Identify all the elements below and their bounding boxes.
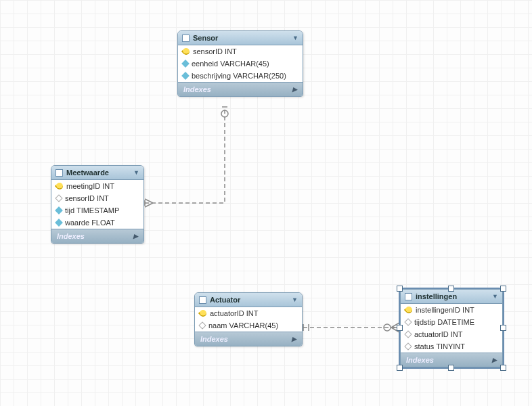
selection-handle[interactable] <box>397 325 403 331</box>
primary-key-icon <box>404 305 414 315</box>
column-icon <box>181 60 189 67</box>
column-text: tijdstip DATETIME <box>414 318 474 326</box>
selection-handle[interactable] <box>448 286 454 292</box>
column-row[interactable]: tijd TIMESTAMP <box>51 204 143 217</box>
column-text: instellingenID INT <box>416 306 474 314</box>
column-text: status TINYINT <box>414 342 465 351</box>
column-row[interactable]: tijdstip DATETIME <box>401 316 502 328</box>
expand-icon[interactable]: ▶ <box>292 336 296 342</box>
column-row[interactable]: instellingenID INT <box>401 304 502 316</box>
column-text: sensorID INT <box>193 47 237 55</box>
table-meetwaarde[interactable]: Meetwaarde ▼ meetingID INTsensorID INTti… <box>51 165 144 244</box>
column-text: waarde FLOAT <box>65 219 115 227</box>
table-header[interactable]: Sensor ▼ <box>178 31 303 45</box>
expand-icon[interactable]: ▶ <box>492 357 497 363</box>
table-icon <box>182 35 190 42</box>
table-title: Sensor <box>193 34 218 42</box>
collapse-icon[interactable]: ▼ <box>133 169 139 176</box>
primary-key-icon <box>181 47 191 56</box>
columns-list: instellingenID INTtijdstip DATETIMEactua… <box>401 304 502 353</box>
table-header[interactable]: Meetwaarde ▼ <box>51 166 143 180</box>
column-row[interactable]: status TINYINT <box>401 340 502 353</box>
column-row[interactable]: actuatorID INT <box>401 328 502 340</box>
expand-icon[interactable]: ▶ <box>292 86 297 93</box>
selection-handle[interactable] <box>500 286 506 292</box>
column-row[interactable]: waarde FLOAT <box>51 217 143 229</box>
column-row[interactable]: eenheid VARCHAR(45) <box>178 58 303 70</box>
selection-handle[interactable] <box>500 325 506 331</box>
table-icon <box>56 169 63 177</box>
table-header[interactable]: instellingen ▼ <box>401 290 502 304</box>
selection-handle[interactable] <box>397 365 403 371</box>
selection-handle[interactable] <box>448 365 454 371</box>
column-icon <box>404 318 412 325</box>
column-text: tijd TIMESTAMP <box>65 206 119 215</box>
table-instellingen[interactable]: instellingen ▼ instellingenID INTtijdsti… <box>400 289 503 367</box>
column-icon <box>404 330 412 338</box>
collapse-icon[interactable]: ▼ <box>292 296 298 303</box>
column-row[interactable]: beschrijving VARCHAR(250) <box>178 70 303 82</box>
column-text: meetingID INT <box>66 182 114 190</box>
table-title: Actuator <box>210 296 240 304</box>
column-row[interactable]: naam VARCHAR(45) <box>195 319 302 332</box>
collapse-icon[interactable]: ▼ <box>492 293 498 300</box>
columns-list: meetingID INTsensorID INTtijd TIMESTAMPw… <box>51 180 143 229</box>
column-icon <box>55 206 62 214</box>
expand-icon[interactable]: ▶ <box>133 233 138 240</box>
table-title: Meetwaarde <box>66 168 109 177</box>
svg-point-5 <box>384 324 391 331</box>
selection-handle[interactable] <box>500 365 506 371</box>
indexes-label: Indexes <box>406 356 434 364</box>
indexes-label: Indexes <box>183 85 211 93</box>
primary-key-icon <box>198 309 208 318</box>
column-icon <box>181 72 189 79</box>
column-icon <box>404 342 412 350</box>
indexes-section[interactable]: Indexes ▶ <box>178 82 303 96</box>
indexes-label: Indexes <box>200 335 228 343</box>
column-text: eenheid VARCHAR(45) <box>192 60 269 68</box>
columns-list: sensorID INTeenheid VARCHAR(45)beschrijv… <box>178 45 303 82</box>
column-text: beschrijving VARCHAR(250) <box>192 72 286 80</box>
column-icon <box>55 219 62 226</box>
primary-key-icon <box>55 181 64 191</box>
table-header[interactable]: Actuator ▼ <box>195 293 302 307</box>
column-text: actuatorID INT <box>210 309 259 317</box>
indexes-label: Indexes <box>57 232 85 240</box>
column-icon <box>55 194 62 202</box>
column-text: actuatorID INT <box>414 330 463 338</box>
column-row[interactable]: actuatorID INT <box>195 307 302 319</box>
selection-handle[interactable] <box>397 286 403 292</box>
column-row[interactable]: meetingID INT <box>51 180 143 192</box>
indexes-section[interactable]: Indexes ▶ <box>51 229 143 243</box>
column-text: sensorID INT <box>65 194 109 202</box>
column-text: naam VARCHAR(45) <box>208 321 278 330</box>
collapse-icon[interactable]: ▼ <box>292 35 298 41</box>
table-sensor[interactable]: Sensor ▼ sensorID INTeenheid VARCHAR(45)… <box>177 30 303 97</box>
column-icon <box>198 321 206 329</box>
svg-point-1 <box>221 110 228 117</box>
table-actuator[interactable]: Actuator ▼ actuatorID INTnaam VARCHAR(45… <box>194 292 303 346</box>
table-icon <box>199 296 206 304</box>
indexes-section[interactable]: Indexes ▶ <box>195 332 302 346</box>
table-title: instellingen <box>416 292 457 300</box>
columns-list: actuatorID INTnaam VARCHAR(45) <box>195 307 302 332</box>
table-icon <box>405 293 412 300</box>
column-row[interactable]: sensorID INT <box>51 192 143 204</box>
column-row[interactable]: sensorID INT <box>178 45 303 58</box>
